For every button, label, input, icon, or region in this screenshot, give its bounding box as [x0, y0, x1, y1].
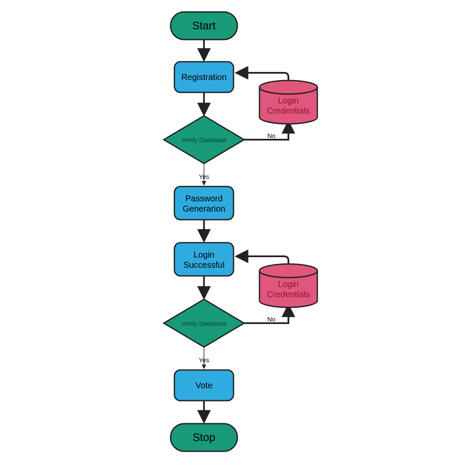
passwordgen-label-line1: Password: [185, 194, 223, 203]
login-label-line1: Login: [194, 250, 214, 259]
db1-label-line2: Credentials: [267, 106, 310, 115]
edge-db2-login: [237, 256, 288, 264]
vote-label: Vote: [195, 381, 212, 390]
verify1-label: Verify Database: [182, 136, 227, 143]
flowchart: Start Registration Verify Database No Lo…: [0, 0, 456, 476]
verify2-label: Verify Database: [182, 320, 227, 327]
edge-verify2-no: [244, 306, 288, 323]
yes2-label: Yes: [199, 356, 209, 364]
no2-label: No: [267, 315, 275, 323]
edge-verify1-no: [244, 122, 288, 140]
no1-label: No: [267, 132, 275, 139]
yes1-label: Yes: [199, 173, 209, 180]
edge-db1-registration: [237, 73, 288, 80]
passwordgen-label-line2: Generarion: [182, 204, 225, 213]
registration-label: Registration: [181, 72, 227, 82]
start-label: Start: [192, 19, 216, 32]
db2-label-line1: Login: [278, 279, 299, 289]
db1-label-line1: Login: [278, 96, 299, 105]
stop-label: Stop: [193, 431, 216, 444]
db2-label-line2: Credentials: [267, 290, 310, 299]
login-label-line2: Successful: [183, 260, 225, 270]
